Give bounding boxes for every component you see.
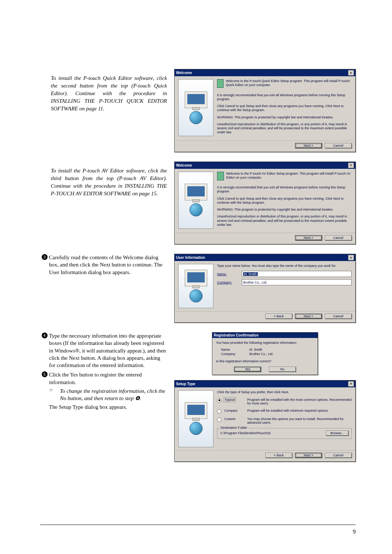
dialog-title: User Information bbox=[176, 256, 205, 260]
welcome-recommend: It is strongly recommended that you exit… bbox=[217, 186, 352, 194]
dialog-registration-confirmation: Registration Confirmation You have provi… bbox=[212, 332, 318, 375]
regconf-name-label: Name: bbox=[216, 348, 246, 351]
close-icon[interactable]: × bbox=[348, 163, 354, 168]
next-button[interactable]: Next > bbox=[295, 453, 322, 458]
welcome-intro: Welcome to the P-touch AV Editor Setup p… bbox=[226, 172, 352, 180]
dialog-welcome-av-editor: Welcome × Welcome to the P-touch AV Edit… bbox=[174, 162, 356, 245]
close-icon[interactable]: × bbox=[348, 255, 354, 260]
welcome-legal: Unauthorized reproduction or distributio… bbox=[217, 122, 352, 135]
close-icon[interactable]: × bbox=[348, 381, 354, 387]
destination-folder-group: Destination Folder C:\Program Files\brot… bbox=[217, 428, 352, 439]
yes-button[interactable]: Yes bbox=[234, 367, 261, 372]
regconf-company-value: Brother Co., Ltd. bbox=[249, 352, 273, 356]
company-label: Company: bbox=[217, 281, 239, 284]
userinfo-prompt: Type your name below. You must also type… bbox=[217, 264, 352, 268]
cancel-button[interactable]: Cancel bbox=[325, 143, 352, 148]
destination-path: C:\Program Files\brother\Ptouch32 bbox=[220, 431, 271, 435]
radio-custom[interactable] bbox=[217, 417, 221, 422]
regconf-line1: You have provided the following registra… bbox=[216, 341, 314, 345]
cancel-button[interactable]: Cancel bbox=[325, 314, 352, 319]
next-button[interactable]: Next > bbox=[295, 314, 322, 319]
radio-typical-desc: Program will be installed with the most … bbox=[247, 398, 352, 405]
regconf-name-value: M. Smith bbox=[249, 348, 262, 351]
dialog-title: Welcome bbox=[176, 71, 192, 75]
radio-custom-desc: You may choose the options you want to i… bbox=[247, 417, 352, 424]
dialog-user-information: User Information × Type your name below.… bbox=[174, 254, 356, 323]
dialog-welcome-quick-editor: Welcome × Welcome to the P-touch Quick E… bbox=[174, 69, 356, 152]
regconf-question: Is this registration information correct… bbox=[216, 359, 314, 363]
dialog-setup-type: Setup Type × Click the type of Setup you… bbox=[174, 380, 356, 462]
dialog-title: Welcome bbox=[176, 163, 192, 167]
back-button[interactable]: < Back bbox=[265, 314, 292, 319]
destination-folder-title: Destination Folder bbox=[220, 426, 248, 429]
cancel-button[interactable]: Cancel bbox=[325, 453, 352, 458]
wizard-art bbox=[178, 264, 213, 308]
step-bullet-5: 5 bbox=[40, 371, 49, 378]
regconf-company-label: Company: bbox=[216, 352, 246, 356]
welcome-cancel-hint: Click Cancel to quit Setup and then clos… bbox=[217, 104, 352, 113]
no-button[interactable]: No bbox=[269, 367, 296, 372]
browse-button[interactable]: Browse... bbox=[326, 431, 348, 436]
step-5-after: The Setup Type dialog box appears. bbox=[49, 403, 167, 411]
welcome-warning: WARNING: This program is protected by co… bbox=[217, 115, 352, 119]
setup-prompt: Click the type of Setup you prefer, then… bbox=[217, 390, 352, 394]
step-bullet-4: 4 bbox=[40, 332, 49, 339]
close-icon[interactable]: × bbox=[348, 70, 354, 76]
back-button[interactable]: < Back bbox=[265, 453, 292, 458]
app-icon bbox=[217, 172, 224, 180]
radio-typical[interactable] bbox=[217, 398, 221, 403]
radio-typical-label[interactable]: Typical bbox=[224, 398, 235, 402]
radio-compact-desc: Program will be installed with minimum r… bbox=[247, 409, 352, 412]
av-editor-note: To install the P-touch AV Editor softwar… bbox=[51, 167, 167, 197]
radio-custom-label[interactable]: Custom bbox=[224, 417, 244, 421]
step-bullet-3: 3 bbox=[40, 254, 49, 260]
wizard-art bbox=[178, 390, 213, 447]
welcome-recommend: It is strongly recommended that you exit… bbox=[217, 93, 352, 102]
page-number: 9 bbox=[353, 529, 356, 535]
footer-rule bbox=[40, 525, 356, 525]
step-5-note: To change the registration information, … bbox=[60, 387, 167, 402]
dialog-title: Registration Confirmation bbox=[214, 333, 258, 337]
wizard-art bbox=[178, 79, 213, 136]
cancel-button[interactable]: Cancel bbox=[325, 235, 352, 240]
next-button[interactable]: Next > bbox=[295, 235, 322, 240]
wizard-art bbox=[178, 172, 213, 229]
company-field[interactable]: Brother Co., Ltd. bbox=[242, 279, 352, 285]
step-4-text: Type the necessary information into the … bbox=[49, 332, 167, 369]
name-field[interactable]: M. Smith bbox=[242, 271, 352, 277]
note-icon: ☞ bbox=[49, 387, 60, 402]
welcome-warning: WARNING: This program is protected by co… bbox=[217, 208, 352, 212]
app-icon bbox=[217, 79, 224, 88]
welcome-intro: Welcome to the P-touch Quick Editor Setu… bbox=[226, 79, 352, 87]
step-5-text: Click the Yes button to register the ent… bbox=[49, 371, 167, 386]
dialog-title: Setup Type bbox=[176, 382, 195, 386]
welcome-cancel-hint: Click Cancel to quit Setup and then clos… bbox=[217, 197, 352, 205]
next-button[interactable]: Next > bbox=[295, 143, 322, 148]
welcome-legal: Unauthorized reproduction or distributio… bbox=[217, 215, 352, 227]
radio-compact[interactable] bbox=[217, 409, 221, 414]
step-3-text: Carefully read the contents of the Welco… bbox=[49, 254, 167, 276]
radio-compact-label[interactable]: Compact bbox=[224, 409, 244, 412]
name-label: Name: bbox=[217, 272, 239, 276]
quick-editor-note: To install the P-touch Quick Editor soft… bbox=[51, 74, 167, 113]
